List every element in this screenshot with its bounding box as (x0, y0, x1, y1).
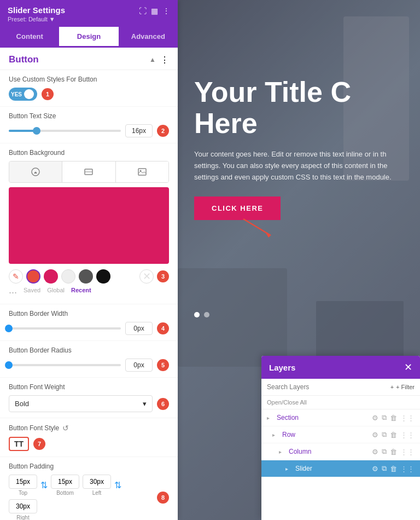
color-swatches: ✎ ✕ 3 (9, 269, 169, 284)
expand-column-icon[interactable]: ▸ (279, 449, 285, 455)
layout-icon[interactable]: ▦ (151, 7, 158, 15)
open-close-label[interactable]: Open/Close All (267, 399, 307, 406)
chevron-down-icon: ▾ (143, 400, 147, 408)
border-width-slider-row: 0px 4 (9, 322, 169, 335)
layer-section-actions: ⚙ ⧉ 🗑 ⋮⋮ (372, 413, 415, 422)
bg-image-option[interactable] (116, 161, 168, 182)
canvas-body: Your content goes here. Edit or remove t… (194, 149, 409, 183)
canvas-title: Your Title CHere (194, 77, 409, 139)
panel-body: Button ▲ ⋮ Use Custom Styles For Button … (0, 48, 178, 520)
font-weight-label: Button Font Weight (9, 383, 169, 391)
layer-item-slider[interactable]: ▸ Slider ⚙ ⧉ 🗑 ⋮⋮ (261, 460, 420, 477)
dot-1[interactable] (194, 312, 200, 317)
text-size-label: Button Text Size (9, 112, 169, 120)
custom-styles-toggle[interactable]: YES (9, 88, 37, 101)
text-size-thumb[interactable] (33, 127, 40, 135)
expand-row-icon[interactable]: ▸ (272, 432, 279, 438)
drag-column-icon[interactable]: ⋮⋮ (400, 448, 415, 456)
link-tb-icon[interactable]: ⇅ (40, 480, 48, 490)
swatch-red[interactable] (26, 269, 40, 284)
more-icon[interactable]: ⋮ (162, 7, 170, 15)
layers-close-btn[interactable]: ✕ (404, 361, 412, 373)
drag-section-icon[interactable]: ⋮⋮ (400, 414, 415, 422)
settings-row-icon[interactable]: ⚙ (372, 431, 378, 439)
layers-header: Layers ✕ (261, 356, 420, 379)
tab-advanced[interactable]: Advanced (119, 27, 178, 48)
copy-slider-icon[interactable]: ⧉ (382, 464, 387, 473)
panel-header-icons: ⛶ ▦ ⋮ (139, 7, 170, 15)
tab-design[interactable]: Design (59, 27, 118, 48)
delete-row-icon[interactable]: 🗑 (390, 431, 397, 439)
padding-left-input[interactable] (83, 475, 111, 489)
color-tab-recent[interactable]: Recent (71, 287, 91, 298)
layer-item-row[interactable]: ▸ Row ⚙ ⧉ 🗑 ⋮⋮ (261, 426, 420, 443)
font-style-row: TT 7 (9, 437, 169, 451)
copy-column-icon[interactable]: ⧉ (382, 447, 387, 456)
padding-bottom-field: Bottom (51, 475, 79, 496)
border-width-track (9, 327, 121, 330)
clear-swatch-btn[interactable]: ✕ (139, 269, 154, 284)
color-tab-global[interactable]: Global (47, 287, 65, 298)
border-width-input[interactable]: 0px (125, 322, 153, 335)
expand-section-icon[interactable]: ▸ (267, 415, 273, 421)
copy-row-icon[interactable]: ⧉ (382, 430, 387, 439)
padding-left-label: Left (92, 490, 102, 496)
copy-section-icon[interactable]: ⧉ (382, 413, 387, 422)
step-badge-1: 1 (42, 88, 54, 100)
font-weight-dropdown[interactable]: Bold ▾ (9, 395, 153, 412)
text-size-input[interactable]: 16px (125, 124, 153, 137)
padding-bottom-input[interactable] (51, 475, 79, 489)
arrow-svg (238, 213, 282, 241)
layers-search-input[interactable] (267, 383, 386, 391)
border-radius-input[interactable]: 0px (125, 359, 153, 372)
swatch-pink[interactable] (44, 269, 58, 284)
border-radius-track (9, 364, 121, 366)
link-lr-icon[interactable]: ⇅ (114, 480, 121, 490)
section-more-icon[interactable]: ⋮ (160, 55, 169, 65)
fullscreen-icon[interactable]: ⛶ (139, 7, 147, 15)
bg-color-option[interactable] (9, 161, 62, 182)
drag-slider-icon[interactable]: ⋮⋮ (400, 465, 415, 473)
step-badge-3: 3 (157, 270, 169, 282)
drag-row-icon[interactable]: ⋮⋮ (400, 431, 415, 439)
bg-field: Button Background (0, 143, 178, 304)
dot-2[interactable] (204, 312, 209, 317)
filter-btn[interactable]: + + Filter (390, 384, 415, 390)
toggle-row: YES 1 (9, 88, 169, 101)
color-preview[interactable] (9, 187, 169, 264)
section-header: Button ▲ ⋮ (0, 48, 178, 70)
settings-section-icon[interactable]: ⚙ (372, 414, 378, 422)
padding-right-input[interactable] (9, 499, 37, 513)
swatches-more[interactable]: ··· (9, 287, 17, 298)
bg-gradient-option[interactable] (62, 161, 115, 182)
expand-slider-icon[interactable]: ▸ (285, 466, 292, 472)
collapse-icon[interactable]: ▲ (149, 56, 156, 63)
delete-section-icon[interactable]: 🗑 (390, 414, 397, 422)
swatch-black[interactable] (96, 269, 110, 284)
swatch-white[interactable] (61, 269, 75, 284)
border-width-field: Button Border Width 0px 4 (0, 304, 178, 341)
reset-font-style-icon[interactable]: ↺ (62, 424, 69, 432)
tab-content[interactable]: Content (0, 27, 59, 48)
color-tab-saved[interactable]: Saved (24, 287, 40, 298)
step-badge-2: 2 (157, 125, 169, 137)
border-radius-thumb[interactable] (5, 361, 13, 369)
delete-slider-icon[interactable]: 🗑 (390, 465, 397, 473)
left-panel: Slider Settings Preset: Default ▼ ⛶ ▦ ⋮ … (0, 0, 178, 520)
delete-column-icon[interactable]: 🗑 (390, 448, 397, 456)
padding-grid: Top ⇅ Bottom Left ⇅ Right (9, 475, 151, 520)
edit-swatch-btn[interactable]: ✎ (9, 269, 23, 284)
settings-column-icon[interactable]: ⚙ (372, 448, 378, 456)
panel-preset[interactable]: Preset: Default ▼ (8, 16, 65, 22)
settings-slider-icon[interactable]: ⚙ (372, 465, 378, 473)
canvas-content: Your Title CHere Your content goes here.… (194, 77, 409, 220)
border-width-thumb[interactable] (5, 325, 13, 332)
layer-item-section[interactable]: ▸ Section ⚙ ⧉ 🗑 ⋮⋮ (261, 409, 420, 426)
layers-title: Layers (269, 363, 295, 372)
font-style-tt[interactable]: TT (9, 437, 29, 451)
swatch-gray[interactable] (79, 269, 93, 284)
step-badge-6: 6 (157, 398, 169, 410)
toggle-knob (24, 89, 34, 99)
padding-top-input[interactable] (9, 475, 37, 489)
layer-item-column[interactable]: ▸ Column ⚙ ⧉ 🗑 ⋮⋮ (261, 443, 420, 460)
